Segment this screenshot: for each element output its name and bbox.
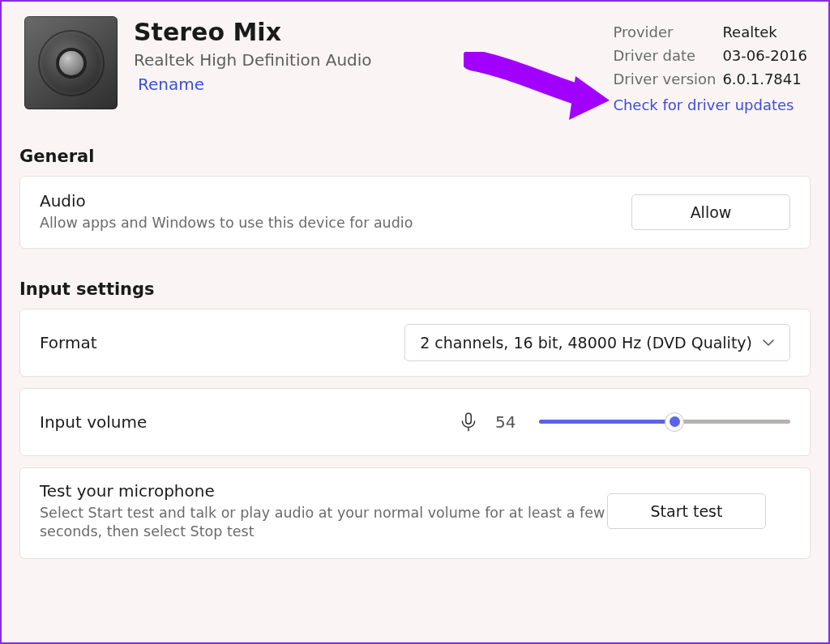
test-microphone-card: Test your microphone Select Start test a… [19,467,811,559]
audio-card-title: Audio [40,191,631,211]
section-title-general: General [19,147,828,166]
test-mic-subtitle: Select Start test and talk or play audio… [40,504,607,542]
input-volume-card: Input volume 54 [19,388,811,456]
format-dropdown[interactable]: 2 channels, 16 bit, 48000 Hz (DVD Qualit… [404,324,790,361]
driver-date-value: 03-06-2016 [722,45,807,68]
device-name: Stereo Mix [134,18,372,47]
driver-version-value: 6.0.1.7841 [722,68,801,92]
microphone-icon[interactable] [458,412,479,433]
chevron-down-icon [762,336,775,349]
device-subtitle: Realtek High Definition Audio [134,50,372,70]
audio-card-subtitle: Allow apps and Windows to use this devic… [40,214,631,233]
start-test-button[interactable]: Start test [607,493,766,529]
driver-date-label: Driver date [613,45,722,68]
format-card: Format 2 channels, 16 bit, 48000 Hz (DVD… [19,309,811,377]
driver-version-label: Driver version [613,68,722,92]
audio-permission-card: Audio Allow apps and Windows to use this… [19,176,811,249]
provider-value: Realtek [722,21,777,45]
input-volume-slider[interactable] [539,412,790,432]
input-volume-value: 54 [495,412,523,432]
svg-rect-1 [466,413,472,424]
format-label: Format [40,333,404,352]
format-selected-value: 2 channels, 16 bit, 48000 Hz (DVD Qualit… [420,334,752,352]
section-title-input: Input settings [19,279,828,299]
speaker-device-icon [24,16,118,109]
provider-label: Provider [613,21,722,45]
slider-thumb[interactable] [665,412,684,432]
test-mic-title: Test your microphone [40,481,607,501]
rename-link[interactable]: Rename [134,75,204,94]
check-driver-updates-link[interactable]: Check for driver updates [613,94,794,117]
input-volume-label: Input volume [40,412,458,432]
allow-button[interactable]: Allow [631,194,790,230]
